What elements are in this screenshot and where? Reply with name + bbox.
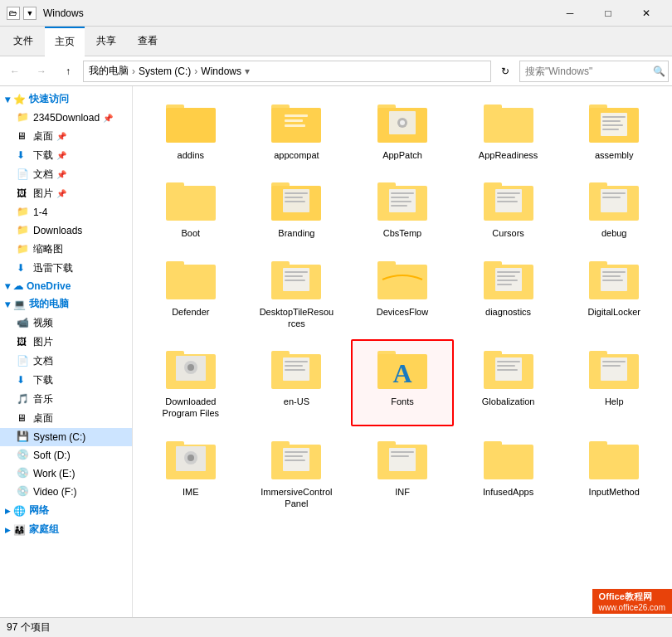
svg-rect-15 bbox=[484, 108, 533, 143]
svg-rect-33 bbox=[285, 201, 305, 202]
folder-defender[interactable]: Defender bbox=[139, 250, 242, 337]
folder-debug-icon bbox=[587, 177, 640, 224]
folder-devicesflow-icon bbox=[376, 256, 429, 303]
sidebar-item-14[interactable]: 📁 1-4 bbox=[0, 203, 132, 221]
folder-downloadedfiles[interactable]: Downloaded Program Files bbox=[139, 339, 242, 426]
search-box[interactable]: 🔍 bbox=[519, 61, 669, 82]
sidebar-item-sysc[interactable]: 💾 System (C:) bbox=[0, 428, 132, 446]
sidebar-item-download2[interactable]: ⬇ 下载 bbox=[0, 371, 132, 390]
folder-devicesflow[interactable]: DevicesFlow bbox=[351, 250, 454, 337]
refresh-button[interactable]: ↻ bbox=[494, 61, 516, 82]
folder-globalization-label: Globalization bbox=[482, 396, 535, 407]
sidebar-item-pics1[interactable]: 🖼 图片 📌 bbox=[0, 184, 132, 203]
watermark: Office教程网 www.office26.com bbox=[592, 589, 672, 614]
tab-file[interactable]: 文件 bbox=[3, 27, 43, 56]
svg-rect-70 bbox=[589, 261, 607, 268]
folder-enus[interactable]: en-US bbox=[246, 339, 348, 426]
folder-boot[interactable]: Boot bbox=[139, 171, 242, 246]
onedrive-header[interactable]: ▾ ☁ OneDrive bbox=[0, 278, 132, 294]
sidebar-item-downloads[interactable]: 📁 Downloads bbox=[0, 221, 132, 240]
svg-rect-8 bbox=[285, 124, 305, 127]
sidebar-item-download1[interactable]: ⬇ 下载 📌 bbox=[0, 146, 132, 165]
path-dropdown[interactable]: ▾ bbox=[245, 66, 250, 77]
tab-view[interactable]: 查看 bbox=[128, 27, 168, 56]
folder-ime[interactable]: IME bbox=[139, 430, 242, 517]
search-input[interactable] bbox=[525, 66, 650, 77]
sidebar-item-docs1[interactable]: 📄 文档 📌 bbox=[0, 165, 132, 184]
sidebar-item-docs2[interactable]: 📄 文档 bbox=[0, 352, 132, 371]
network-label: 网络 bbox=[29, 503, 49, 518]
folder-inputmethod[interactable]: InputMethod bbox=[562, 430, 665, 517]
sidebar-item-desktop2[interactable]: 🖥 桌面 bbox=[0, 409, 132, 428]
sidebar-item-thumbs[interactable]: 📁 缩略图 bbox=[0, 240, 132, 259]
path-sysc[interactable]: System (C:) bbox=[139, 66, 191, 77]
folder-digitallocker[interactable]: DigitalLocker bbox=[562, 250, 665, 337]
sidebar-item-softd[interactable]: 💿 Soft (D:) bbox=[0, 446, 132, 464]
homegroup-label: 家庭组 bbox=[29, 523, 59, 537]
sidebar-item-videof[interactable]: 💿 Video (F:) bbox=[0, 483, 132, 501]
folder-desktoptile-icon bbox=[270, 256, 323, 303]
homegroup-header[interactable]: ▸ 👨‍👩‍👧 家庭组 bbox=[0, 520, 132, 539]
music-icon: 🎵 bbox=[17, 393, 30, 406]
network-header[interactable]: ▸ 🌐 网络 bbox=[0, 501, 132, 520]
svg-rect-100 bbox=[602, 365, 621, 367]
folder-cursors-label: Cursors bbox=[492, 227, 524, 239]
folder-immersive[interactable]: ImmersiveControlPanel bbox=[246, 430, 348, 517]
sidebar-item-2345download[interactable]: 📁 2345Download 📌 bbox=[0, 109, 132, 127]
svg-rect-24 bbox=[602, 129, 619, 130]
folder-debug[interactable]: debug bbox=[562, 171, 665, 246]
svg-rect-21 bbox=[602, 116, 626, 118]
close-button[interactable]: ✕ bbox=[627, 0, 665, 27]
quick-access-header[interactable]: ▾ ⭐ 快速访问 bbox=[0, 90, 132, 109]
folder-branding[interactable]: Branding bbox=[246, 171, 348, 246]
sidebar-item-pics2[interactable]: 🖼 图片 bbox=[0, 333, 132, 352]
sidebar-item-video[interactable]: 📹 视频 bbox=[0, 314, 132, 333]
tab-share[interactable]: 共享 bbox=[86, 27, 126, 56]
folder-inf-icon bbox=[376, 436, 429, 483]
search-icon[interactable]: 🔍 bbox=[653, 66, 665, 77]
path-mypc[interactable]: 我的电脑 bbox=[89, 64, 129, 78]
folder-digitallocker-label: DigitalLocker bbox=[587, 306, 640, 318]
folder-assembly[interactable]: assembly bbox=[562, 93, 665, 168]
folder-immersive-icon bbox=[270, 436, 323, 483]
sidebar-item-worke[interactable]: 💿 Work (E:) bbox=[0, 464, 132, 483]
svg-rect-60 bbox=[377, 265, 427, 299]
folder-appreadiness-label: AppReadiness bbox=[479, 149, 538, 161]
folder-infusedapps[interactable]: InfusedApps bbox=[457, 430, 560, 517]
sidebar-label-14: 1-4 bbox=[33, 207, 47, 218]
folder-appcompat[interactable]: appcompat bbox=[246, 93, 348, 168]
folder-diagnostics[interactable]: diagnostics bbox=[457, 250, 560, 337]
back-button[interactable]: ← bbox=[3, 60, 27, 83]
folder-appreadiness[interactable]: AppReadiness bbox=[457, 93, 560, 168]
svg-rect-23 bbox=[602, 124, 623, 126]
mypc-header[interactable]: ▾ 💻 我的电脑 bbox=[0, 294, 132, 314]
sidebar-item-music[interactable]: 🎵 音乐 bbox=[0, 390, 132, 409]
folder-fonts[interactable]: A Fonts bbox=[351, 339, 454, 426]
folder-help[interactable]: Help bbox=[562, 339, 665, 426]
svg-rect-63 bbox=[484, 261, 502, 268]
svg-rect-37 bbox=[391, 192, 414, 194]
path-windows[interactable]: Windows bbox=[201, 66, 241, 77]
folder-apppatch[interactable]: AppPatch bbox=[351, 93, 454, 168]
folder-addins[interactable]: addins bbox=[139, 93, 242, 168]
window-controls[interactable]: ─ □ ✕ bbox=[551, 0, 665, 27]
tab-home[interactable]: 主页 bbox=[45, 27, 85, 56]
svg-rect-31 bbox=[285, 192, 308, 194]
address-path[interactable]: 我的电脑 › System (C:) › Windows ▾ bbox=[83, 61, 491, 82]
minimize-button[interactable]: ─ bbox=[551, 0, 589, 27]
sidebar-item-thunder[interactable]: ⬇ 迅雷下载 bbox=[0, 259, 132, 278]
svg-rect-91 bbox=[484, 351, 502, 357]
folder-cbstemp[interactable]: CbsTemp bbox=[351, 171, 454, 246]
sidebar-item-desktop1[interactable]: 🖥 桌面 📌 bbox=[0, 127, 132, 146]
maximize-button[interactable]: □ bbox=[589, 0, 627, 27]
desktop-icon: 🖥 bbox=[17, 130, 30, 143]
folder-inf[interactable]: INF bbox=[351, 430, 454, 517]
forward-button[interactable]: → bbox=[30, 60, 53, 83]
up-button[interactable]: ↑ bbox=[56, 60, 80, 83]
folder-cursors[interactable]: Cursors bbox=[457, 171, 560, 246]
folder-desktoptile[interactable]: DesktopTileResources bbox=[246, 250, 348, 337]
sidebar-label-desktop2: 桌面 bbox=[33, 411, 53, 425]
svg-rect-65 bbox=[497, 271, 520, 273]
sidebar-label-music: 音乐 bbox=[33, 392, 53, 406]
folder-globalization[interactable]: Globalization bbox=[457, 339, 560, 426]
